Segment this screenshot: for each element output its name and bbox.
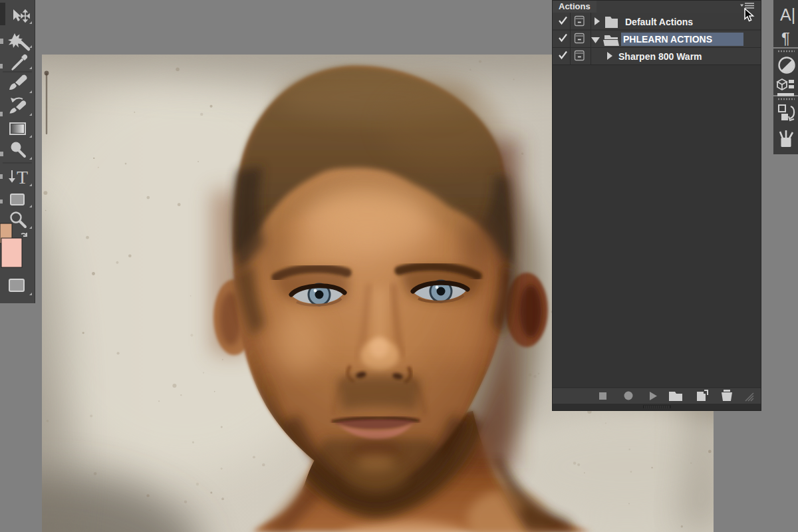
svg-text:Default Actions: Default Actions: [625, 17, 693, 27]
svg-text:¶: ¶: [781, 29, 790, 47]
svg-text:T: T: [17, 167, 28, 188]
svg-text:PHLEARN ACTIONS: PHLEARN ACTIONS: [623, 34, 712, 45]
svg-text:A|: A|: [780, 5, 795, 24]
svg-text:Sharpen 800 Warm: Sharpen 800 Warm: [618, 51, 702, 62]
svg-text:Actions: Actions: [559, 1, 591, 11]
